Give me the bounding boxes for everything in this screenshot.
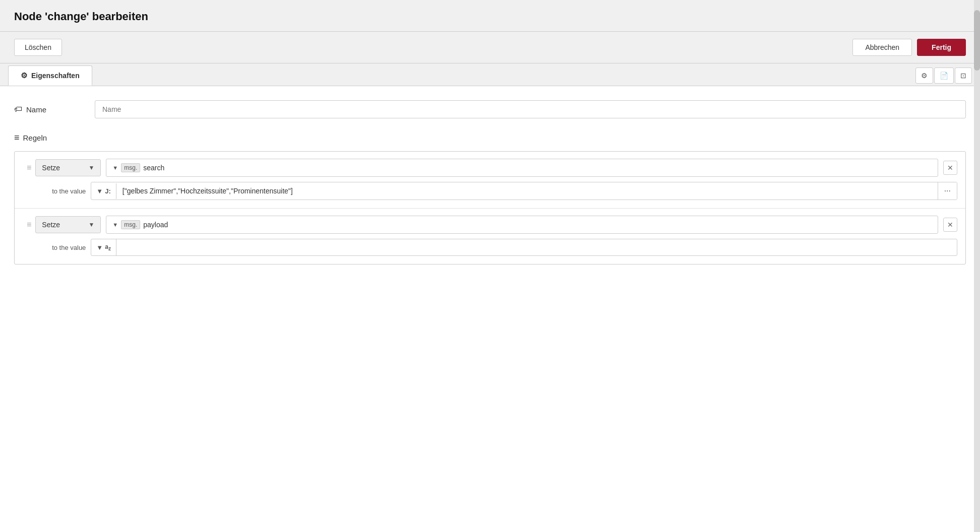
toolbar-right: Abbrechen Fertig bbox=[852, 39, 966, 56]
name-label: 🏷 Name bbox=[14, 105, 95, 114]
rule-2-dropdown-arrow: ▼ bbox=[96, 244, 103, 251]
rule-1-action-select[interactable]: Setze ▼ bbox=[35, 159, 101, 176]
tab-bar: ⚙ Eigenschaften ⚙ 📄 ⊡ bbox=[0, 63, 980, 86]
scrollbar-thumb[interactable] bbox=[974, 10, 980, 71]
rule-2-msg-badge: msg. bbox=[121, 220, 140, 229]
tab-icon-resize-button[interactable]: ⊡ bbox=[955, 68, 972, 84]
rule-1-target-input[interactable]: ▼ msg. search bbox=[106, 159, 938, 177]
rule-2-type-icon: az bbox=[105, 243, 111, 251]
page-title: Node 'change' bearbeiten bbox=[14, 10, 148, 23]
rule-1-more-button[interactable]: ··· bbox=[938, 182, 957, 200]
rule-1-target-arrow: ▼ bbox=[112, 165, 118, 171]
rule-1-action-chevron: ▼ bbox=[88, 164, 94, 171]
tab-eigenschaften-label: Eigenschaften bbox=[31, 72, 80, 80]
rule-1-dropdown-arrow: ▼ bbox=[96, 187, 103, 195]
rule-2-to-the-value-label: to the value bbox=[35, 244, 86, 251]
rule-2-target-input[interactable]: ▼ msg. payload bbox=[106, 216, 938, 234]
name-field-row: 🏷 Name bbox=[14, 100, 966, 118]
rule-2-action-label: Setze bbox=[42, 221, 60, 229]
rule-1-action-label: Setze bbox=[42, 164, 60, 172]
rule-1-type-icon: J: bbox=[105, 187, 111, 195]
rule-2-delete-button[interactable]: ✕ bbox=[943, 218, 957, 232]
list-icon: ≡ bbox=[14, 132, 19, 143]
rule-2-target-arrow: ▼ bbox=[112, 222, 118, 228]
tag-icon: 🏷 bbox=[14, 105, 22, 114]
rule-2-action-chevron: ▼ bbox=[88, 221, 94, 228]
abbrechen-button[interactable]: Abbrechen bbox=[852, 39, 912, 56]
rule-2-value-type[interactable]: ▼ az bbox=[91, 239, 116, 255]
page-header: Node 'change' bearbeiten bbox=[0, 0, 980, 32]
rule-1-value-container: ▼ J: ["gelbes Zimmer","Hochzeitssuite","… bbox=[91, 182, 957, 200]
rule-1-target-text: search bbox=[143, 164, 164, 172]
name-input[interactable] bbox=[95, 100, 966, 118]
page-container: Node 'change' bearbeiten Löschen Abbrech… bbox=[0, 0, 980, 532]
rule-1-value-type[interactable]: ▼ J: bbox=[91, 183, 116, 199]
toolbar: Löschen Abbrechen Fertig bbox=[0, 32, 980, 63]
rule-2-value-container: ▼ az bbox=[91, 239, 957, 256]
tab-icon-doc-button[interactable]: 📄 bbox=[934, 68, 954, 84]
rule-1-delete-button[interactable]: ✕ bbox=[943, 161, 957, 175]
rule-item-1: ≡ Setze ▼ ▼ msg. bbox=[15, 152, 965, 209]
drag-handle-2[interactable]: ≡ bbox=[27, 221, 31, 229]
rule-2-target-text: payload bbox=[143, 221, 168, 229]
loschen-button[interactable]: Löschen bbox=[14, 39, 62, 56]
rule-1-value-text[interactable]: ["gelbes Zimmer","Hochzeitssuite","Promi… bbox=[116, 183, 938, 199]
rule-item-2: ≡ Setze ▼ ▼ msg. bbox=[15, 209, 965, 264]
drag-handle-1[interactable]: ≡ bbox=[27, 164, 31, 172]
tab-gear-icon: ⚙ bbox=[21, 71, 27, 80]
scrollbar[interactable] bbox=[974, 0, 980, 532]
tab-icon-gear-button[interactable]: ⚙ bbox=[915, 68, 933, 84]
tab-icons: ⚙ 📄 ⊡ bbox=[915, 65, 980, 86]
rule-1-to-the-value-label: to the value bbox=[35, 187, 86, 195]
content-area: 🏷 Name ≡ Regeln ≡ bbox=[0, 86, 980, 532]
rule-2-action-select[interactable]: Setze ▼ bbox=[35, 216, 101, 233]
toolbar-left: Löschen bbox=[14, 39, 62, 56]
rule-1-msg-badge: msg. bbox=[121, 163, 140, 172]
tab-spacer bbox=[92, 65, 915, 86]
regeln-section-label: ≡ Regeln bbox=[14, 132, 966, 143]
tab-eigenschaften[interactable]: ⚙ Eigenschaften bbox=[8, 65, 92, 86]
fertig-button[interactable]: Fertig bbox=[917, 39, 966, 56]
rules-container: ≡ Setze ▼ ▼ msg. bbox=[14, 151, 966, 264]
rule-2-value-text[interactable] bbox=[116, 243, 957, 251]
